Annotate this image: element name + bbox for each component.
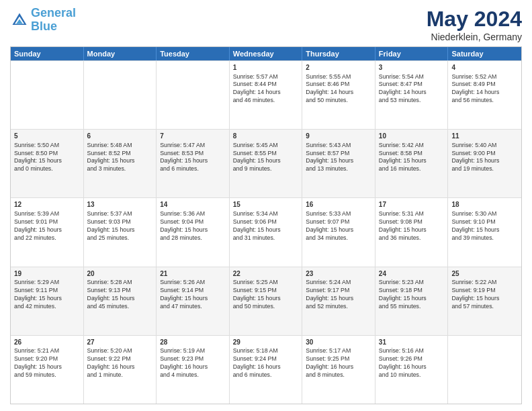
- header-thursday: Thursday: [302, 47, 375, 60]
- location: Niederklein, Germany: [427, 32, 522, 42]
- cell-text: Sunrise: 5:21 AM Sunset: 9:20 PM Dayligh…: [14, 347, 80, 379]
- calendar-cell: 23Sunrise: 5:24 AM Sunset: 9:17 PM Dayli…: [302, 267, 375, 335]
- calendar-cell: 26Sunrise: 5:21 AM Sunset: 9:20 PM Dayli…: [11, 336, 84, 404]
- calendar-cell: 2Sunrise: 5:55 AM Sunset: 8:46 PM Daylig…: [302, 61, 375, 129]
- title-block: May 2024 Niederklein, Germany: [427, 7, 522, 42]
- cell-text: Sunrise: 5:57 AM Sunset: 8:44 PM Dayligh…: [233, 73, 299, 105]
- calendar-row-4: 19Sunrise: 5:29 AM Sunset: 9:11 PM Dayli…: [11, 267, 521, 335]
- day-number: 4: [451, 63, 518, 73]
- cell-text: Sunrise: 5:24 AM Sunset: 9:17 PM Dayligh…: [306, 279, 371, 311]
- cell-text: Sunrise: 5:43 AM Sunset: 8:57 PM Dayligh…: [306, 142, 371, 174]
- cell-text: Sunrise: 5:22 AM Sunset: 9:19 PM Dayligh…: [451, 279, 518, 311]
- cell-text: Sunrise: 5:55 AM Sunset: 8:46 PM Dayligh…: [306, 73, 371, 105]
- calendar-cell: 24Sunrise: 5:23 AM Sunset: 9:18 PM Dayli…: [375, 267, 449, 335]
- header-wednesday: Wednesday: [230, 47, 303, 60]
- header-saturday: Saturday: [448, 47, 521, 60]
- day-number: 2: [306, 63, 371, 73]
- cell-text: Sunrise: 5:40 AM Sunset: 9:00 PM Dayligh…: [451, 142, 518, 174]
- logo-text: General Blue: [31, 7, 76, 34]
- day-number: 5: [14, 132, 80, 141]
- page: General Blue May 2024 Niederklein, Germa…: [0, 0, 532, 411]
- calendar-cell: 27Sunrise: 5:20 AM Sunset: 9:22 PM Dayli…: [84, 336, 157, 404]
- calendar-cell: 11Sunrise: 5:40 AM Sunset: 9:00 PM Dayli…: [448, 130, 521, 197]
- day-number: 6: [87, 132, 153, 141]
- day-number: 16: [306, 200, 371, 210]
- logo-icon: [10, 11, 29, 30]
- calendar-cell: 3Sunrise: 5:54 AM Sunset: 8:47 PM Daylig…: [375, 61, 449, 129]
- cell-text: Sunrise: 5:30 AM Sunset: 9:10 PM Dayligh…: [451, 210, 518, 242]
- calendar-cell: 30Sunrise: 5:17 AM Sunset: 9:25 PM Dayli…: [302, 336, 375, 404]
- cell-text: Sunrise: 5:52 AM Sunset: 8:49 PM Dayligh…: [451, 73, 518, 105]
- cell-text: Sunrise: 5:28 AM Sunset: 9:13 PM Dayligh…: [87, 279, 153, 311]
- cell-text: Sunrise: 5:50 AM Sunset: 8:50 PM Dayligh…: [14, 142, 80, 174]
- calendar-cell: 14Sunrise: 5:36 AM Sunset: 9:04 PM Dayli…: [157, 198, 230, 266]
- day-number: 17: [379, 200, 445, 210]
- calendar-cell: 1Sunrise: 5:57 AM Sunset: 8:44 PM Daylig…: [230, 61, 303, 129]
- cell-text: Sunrise: 5:39 AM Sunset: 9:01 PM Dayligh…: [14, 210, 80, 242]
- day-number: 27: [87, 338, 153, 347]
- day-number: 10: [379, 132, 445, 141]
- calendar-cell: 7Sunrise: 5:47 AM Sunset: 8:53 PM Daylig…: [157, 130, 230, 197]
- cell-text: Sunrise: 5:48 AM Sunset: 8:52 PM Dayligh…: [87, 142, 153, 174]
- calendar-cell: 5Sunrise: 5:50 AM Sunset: 8:50 PM Daylig…: [11, 130, 84, 197]
- calendar: Sunday Monday Tuesday Wednesday Thursday…: [10, 46, 522, 404]
- calendar-cell: 8Sunrise: 5:45 AM Sunset: 8:55 PM Daylig…: [230, 130, 303, 197]
- cell-text: Sunrise: 5:36 AM Sunset: 9:04 PM Dayligh…: [160, 210, 226, 242]
- day-number: 21: [160, 269, 226, 279]
- calendar-cell: 31Sunrise: 5:16 AM Sunset: 9:26 PM Dayli…: [375, 336, 449, 404]
- cell-text: Sunrise: 5:54 AM Sunset: 8:47 PM Dayligh…: [379, 73, 445, 105]
- day-number: 11: [451, 132, 518, 141]
- cell-text: Sunrise: 5:17 AM Sunset: 9:25 PM Dayligh…: [306, 347, 371, 379]
- header-sunday: Sunday: [11, 47, 84, 60]
- day-number: 26: [14, 338, 80, 347]
- day-number: 28: [160, 338, 226, 347]
- calendar-cell: 16Sunrise: 5:33 AM Sunset: 9:07 PM Dayli…: [302, 198, 375, 266]
- calendar-body: 1Sunrise: 5:57 AM Sunset: 8:44 PM Daylig…: [11, 60, 521, 404]
- cell-text: Sunrise: 5:31 AM Sunset: 9:08 PM Dayligh…: [379, 210, 445, 242]
- cell-text: Sunrise: 5:23 AM Sunset: 9:18 PM Dayligh…: [379, 279, 445, 311]
- cell-text: Sunrise: 5:26 AM Sunset: 9:14 PM Dayligh…: [160, 279, 226, 311]
- calendar-cell: 15Sunrise: 5:34 AM Sunset: 9:06 PM Dayli…: [230, 198, 303, 266]
- day-number: 9: [306, 132, 371, 141]
- cell-text: Sunrise: 5:16 AM Sunset: 9:26 PM Dayligh…: [379, 347, 445, 379]
- calendar-cell: 4Sunrise: 5:52 AM Sunset: 8:49 PM Daylig…: [448, 61, 521, 129]
- calendar-header: Sunday Monday Tuesday Wednesday Thursday…: [11, 47, 521, 60]
- day-number: 14: [160, 200, 226, 210]
- cell-text: Sunrise: 5:42 AM Sunset: 8:58 PM Dayligh…: [379, 142, 445, 174]
- calendar-cell: 17Sunrise: 5:31 AM Sunset: 9:08 PM Dayli…: [375, 198, 449, 266]
- header-friday: Friday: [375, 47, 449, 60]
- cell-text: Sunrise: 5:18 AM Sunset: 9:24 PM Dayligh…: [233, 347, 299, 379]
- calendar-cell: 29Sunrise: 5:18 AM Sunset: 9:24 PM Dayli…: [230, 336, 303, 404]
- day-number: 24: [379, 269, 445, 279]
- day-number: 31: [379, 338, 445, 347]
- calendar-cell: 21Sunrise: 5:26 AM Sunset: 9:14 PM Dayli…: [157, 267, 230, 335]
- cell-text: Sunrise: 5:34 AM Sunset: 9:06 PM Dayligh…: [233, 210, 299, 242]
- calendar-cell: 12Sunrise: 5:39 AM Sunset: 9:01 PM Dayli…: [11, 198, 84, 266]
- day-number: 25: [451, 269, 518, 279]
- cell-text: Sunrise: 5:33 AM Sunset: 9:07 PM Dayligh…: [306, 210, 371, 242]
- day-number: 1: [233, 63, 299, 73]
- calendar-cell: [84, 61, 157, 129]
- day-number: 19: [14, 269, 80, 279]
- calendar-row-2: 5Sunrise: 5:50 AM Sunset: 8:50 PM Daylig…: [11, 129, 521, 197]
- calendar-cell: 10Sunrise: 5:42 AM Sunset: 8:58 PM Dayli…: [375, 130, 449, 197]
- day-number: 8: [233, 132, 299, 141]
- calendar-cell: 9Sunrise: 5:43 AM Sunset: 8:57 PM Daylig…: [302, 130, 375, 197]
- day-number: 13: [87, 200, 153, 210]
- cell-text: Sunrise: 5:45 AM Sunset: 8:55 PM Dayligh…: [233, 142, 299, 174]
- day-number: 18: [451, 200, 518, 210]
- month-title: May 2024: [427, 7, 522, 32]
- calendar-cell: [157, 61, 230, 129]
- calendar-row-1: 1Sunrise: 5:57 AM Sunset: 8:44 PM Daylig…: [11, 60, 521, 129]
- cell-text: Sunrise: 5:29 AM Sunset: 9:11 PM Dayligh…: [14, 279, 80, 311]
- calendar-cell: 13Sunrise: 5:37 AM Sunset: 9:03 PM Dayli…: [84, 198, 157, 266]
- calendar-cell: 25Sunrise: 5:22 AM Sunset: 9:19 PM Dayli…: [448, 267, 521, 335]
- calendar-cell: 22Sunrise: 5:25 AM Sunset: 9:15 PM Dayli…: [230, 267, 303, 335]
- header-monday: Monday: [84, 47, 157, 60]
- cell-text: Sunrise: 5:25 AM Sunset: 9:15 PM Dayligh…: [233, 279, 299, 311]
- calendar-cell: [11, 61, 84, 129]
- calendar-cell: 28Sunrise: 5:19 AM Sunset: 9:23 PM Dayli…: [157, 336, 230, 404]
- calendar-cell: 6Sunrise: 5:48 AM Sunset: 8:52 PM Daylig…: [84, 130, 157, 197]
- cell-text: Sunrise: 5:47 AM Sunset: 8:53 PM Dayligh…: [160, 142, 226, 174]
- day-number: 3: [379, 63, 445, 73]
